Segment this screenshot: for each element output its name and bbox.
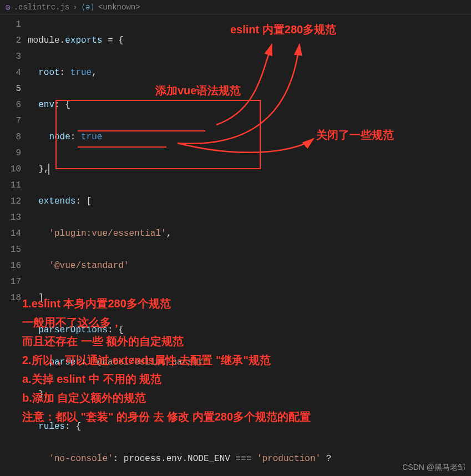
symbol-icon: ⟨ә⟩ (81, 2, 95, 12)
tok: : { (54, 100, 70, 110)
line-number: 14 (0, 226, 21, 242)
line-number: 4 (0, 65, 21, 81)
eslint-file-icon: ◎ (6, 2, 10, 12)
tok: true (70, 68, 92, 78)
line-number: 5 (0, 81, 21, 97)
tok: exports (65, 36, 102, 45)
tok: ], (28, 293, 49, 303)
tok: . (182, 454, 188, 464)
tok (28, 229, 49, 239)
tok: : [ (75, 196, 92, 206)
line-number: 8 (0, 129, 21, 145)
tok (28, 261, 49, 271)
tok: parserOptions (28, 325, 108, 335)
tok: . (60, 36, 65, 45)
line-number: 11 (0, 178, 21, 194)
tok: , (92, 68, 97, 78)
breadcrumb-symbol[interactable]: <unknown> (98, 3, 140, 12)
tok: env (166, 454, 183, 464)
breadcrumb-separator: › (73, 3, 77, 12)
tok: '@vue/standard' (49, 261, 129, 271)
code-editor[interactable]: 1 2 3 4 5 6 7 8 9 10 11 12 13 14 15 16 1… (0, 14, 471, 476)
line-number: 7 (0, 113, 21, 129)
tok: true (81, 132, 102, 142)
line-number: 13 (0, 210, 21, 226)
tok: root (28, 68, 60, 78)
tok: = { (102, 36, 123, 45)
line-number: 10 (0, 161, 21, 178)
tok: === (230, 454, 257, 464)
tok: '@babel/eslint-parser' (92, 357, 209, 367)
tok: , (166, 229, 172, 239)
tok: 'plugin:vue/essential' (49, 229, 166, 239)
tok: : (81, 357, 92, 367)
tok: process (124, 454, 161, 464)
tok (28, 454, 49, 464)
tok: 'no-console' (49, 454, 113, 464)
tok: 'production' (257, 454, 321, 464)
text-cursor (48, 164, 49, 175)
tok: extends (28, 196, 75, 206)
line-number: 15 (0, 242, 21, 258)
tok: rules (28, 422, 65, 432)
tok: : { (65, 422, 81, 432)
breadcrumb-file[interactable]: .eslintrc.js (13, 3, 69, 12)
tok: env (28, 100, 54, 110)
line-number: 18 (0, 290, 21, 306)
tok: }, (28, 389, 49, 399)
line-number-gutter: 1 2 3 4 5 6 7 8 9 10 11 12 13 14 15 16 1… (0, 14, 28, 476)
line-number: 1 (0, 17, 21, 33)
line-number: 12 (0, 194, 21, 210)
code-area[interactable]: module.exports = { root: true, env: { no… (28, 14, 471, 476)
tok: parser (28, 357, 81, 367)
tok: module (28, 36, 60, 45)
line-number: 17 (0, 274, 21, 290)
breadcrumb: ◎ .eslintrc.js › ⟨ә⟩ <unknown> (0, 0, 471, 14)
line-number: 9 (0, 145, 21, 161)
tok: node (28, 132, 70, 142)
tok: . (161, 454, 166, 464)
tok: : (70, 132, 81, 142)
line-number: 16 (0, 258, 21, 274)
watermark: CSDN @黑马老邹 (402, 463, 465, 473)
tok: NODE_ENV (188, 454, 230, 464)
line-number: 3 (0, 49, 21, 65)
line-number: 2 (0, 33, 21, 49)
tok: ? (321, 454, 331, 464)
line-number: 6 (0, 97, 21, 113)
tok: : { (108, 325, 124, 335)
tok: : (60, 68, 70, 78)
tok: : (113, 454, 124, 464)
tok: }, (28, 164, 49, 174)
